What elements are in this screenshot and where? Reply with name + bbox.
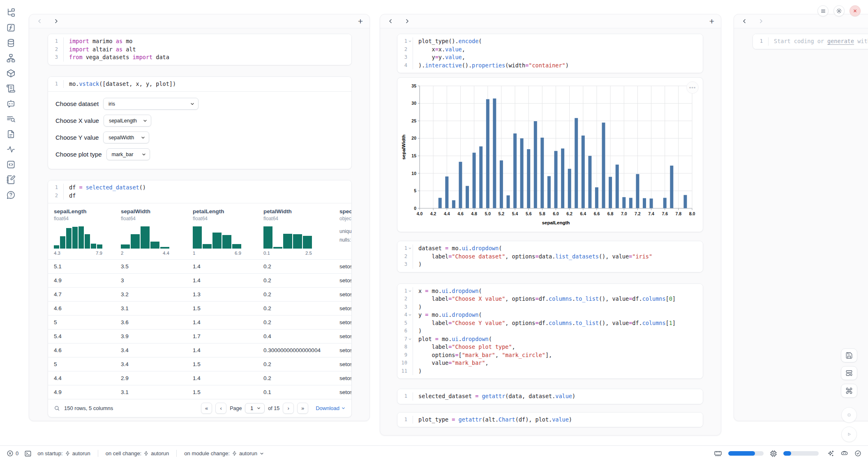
prev-page-button[interactable]: ‹	[215, 403, 226, 414]
empty-code-cell[interactable]: 1 Start coding or generate with AI.	[753, 34, 868, 49]
table-row: 4.931.40.2setosa	[48, 273, 351, 287]
settings-gear-icon[interactable]	[833, 5, 845, 16]
copilot-icon[interactable]	[840, 449, 848, 457]
tracing-icon[interactable]	[6, 144, 16, 154]
code-line: 3)	[397, 303, 703, 311]
code-cell-imports[interactable]: 1import marimo as mo2import altair as al…	[48, 34, 352, 65]
close-icon[interactable]	[850, 5, 861, 16]
help-icon[interactable]	[6, 190, 16, 200]
altair-chart[interactable]: 4.04.24.44.64.85.05.25.45.65.86.06.26.46…	[401, 83, 699, 228]
fold-gutter	[407, 303, 413, 311]
dependencies-icon[interactable]	[6, 53, 16, 63]
on-cell-change-setting[interactable]: on cell change: autorun	[106, 450, 169, 456]
code-cell-selected-dataset[interactable]: 1selected_dataset = getattr(data, datase…	[397, 389, 703, 404]
download-button[interactable]: Download	[316, 405, 346, 411]
save-icon[interactable]	[841, 348, 857, 362]
logs-icon[interactable]	[6, 83, 16, 93]
plot-type-select[interactable]: mark_bar	[106, 148, 150, 160]
add-cell-icon[interactable]: +	[709, 17, 714, 25]
code-cell-dataset-dropdown[interactable]: 1dataset = mo.ui.dropdown(2 label="Choos…	[397, 241, 703, 272]
first-page-button[interactable]: «	[201, 403, 212, 414]
table-row: 5.43.91.70.4setosa	[48, 329, 351, 343]
code-cell-plot-type[interactable]: 1plot_type = getattr(alt.Chart(df), plot…	[397, 412, 703, 428]
bolt-icon	[232, 451, 237, 456]
code-line: 2import altair as alt	[48, 46, 351, 54]
column-header-sepalLength[interactable]: sepalLengthfloat644.37.9	[49, 208, 116, 259]
scratchpad-icon[interactable]	[6, 175, 16, 184]
fold-chevron-icon[interactable]	[407, 244, 413, 253]
svg-text:4.2: 4.2	[430, 211, 436, 216]
svg-text:4.4: 4.4	[444, 211, 450, 216]
search-icon[interactable]	[54, 405, 60, 411]
fold-gutter	[407, 53, 413, 62]
column-header-petalLength[interactable]: petalLengthfloat6416.9	[188, 208, 259, 259]
file-tree-icon[interactable]	[6, 7, 16, 17]
y-value-select[interactable]: sepalWidth	[103, 131, 149, 143]
on-module-change-setting[interactable]: on module change: autorun	[184, 450, 264, 456]
fold-gutter	[407, 327, 413, 335]
terminal-icon[interactable]	[24, 450, 32, 457]
code-placeholder[interactable]: Start coding or generate with AI.	[768, 37, 868, 46]
code-line: 1plot_type = getattr(alt.Chart(df), plot…	[397, 416, 703, 424]
fold-chevron-icon[interactable]	[407, 335, 413, 343]
notebook-column-left: + 1import marimo as mo2import altair as …	[29, 14, 370, 421]
column-histogram	[263, 226, 312, 249]
svg-text:6.6: 6.6	[594, 211, 600, 216]
next-page-button[interactable]: ›	[283, 403, 294, 414]
last-page-button[interactable]: »	[297, 403, 308, 414]
page-select[interactable]: 1	[245, 403, 265, 413]
layout-icon[interactable]	[841, 366, 857, 380]
code-line: 3 y=y.value,	[397, 53, 703, 62]
x-value-select[interactable]: sepalLength	[104, 115, 151, 127]
column-histogram	[121, 226, 169, 249]
code-cell-vstack[interactable]: 1mo.vstack([dataset, x, y, plot]) Choose…	[48, 76, 352, 170]
code-cell-xy-plot-dropdowns[interactable]: 1x = mo.ui.dropdown(2 label="Choose X va…	[397, 284, 703, 379]
column-header: +	[380, 14, 721, 28]
fold-gutter	[407, 319, 413, 327]
fold-chevron-icon[interactable]	[407, 287, 413, 295]
on-startup-setting[interactable]: on startup: autorun	[37, 450, 90, 456]
column-prev-icon[interactable]	[36, 18, 43, 25]
fold-chevron-icon[interactable]	[407, 311, 413, 319]
add-cell-icon[interactable]: +	[358, 17, 363, 25]
column-next-icon[interactable]	[403, 18, 411, 25]
code-line: 3from vega_datasets import data	[48, 53, 351, 62]
fold-gutter	[407, 359, 413, 367]
packages-icon[interactable]	[6, 68, 16, 78]
sparkles-icon[interactable]	[827, 450, 834, 457]
column-header-species[interactable]: speciesobjectunique: 3nulls: 0	[335, 208, 351, 259]
fold-gutter	[407, 253, 413, 261]
documentation-icon[interactable]	[6, 129, 16, 139]
svg-text:4.8: 4.8	[471, 211, 477, 216]
code-cell-df[interactable]: 1df = selected_dataset()2df sepalLengthf…	[48, 180, 352, 417]
command-palette-icon[interactable]	[841, 384, 857, 398]
column-prev-icon[interactable]	[387, 18, 394, 25]
chart-menu-icon[interactable]: •••	[686, 81, 699, 94]
dataframe-table: sepalLengthfloat644.37.9sepalWidthfloat6…	[48, 203, 351, 417]
search-list-icon[interactable]	[6, 114, 16, 124]
generate-with-ai-link[interactable]: generate	[827, 38, 854, 44]
menu-icon[interactable]	[817, 5, 829, 16]
code-cell-plot-encode[interactable]: 1plot_type().encode(2 x=x.value,3 y=y.va…	[397, 34, 703, 73]
data-sources-icon[interactable]	[6, 38, 16, 48]
snippets-icon[interactable]	[6, 159, 16, 169]
column-header-petalWidth[interactable]: petalWidthfloat640.12.5	[259, 208, 335, 259]
stop-icon[interactable]	[841, 407, 857, 423]
connection-status-icon[interactable]	[854, 450, 861, 457]
table-row: 53.61.40.2setosa	[48, 315, 351, 329]
dropdown-row: Choose plot typemark_bar	[55, 148, 344, 160]
column-header-sepalWidth[interactable]: sepalWidthfloat6424.4	[116, 208, 188, 259]
column-next-icon[interactable]	[757, 18, 764, 25]
variables-icon[interactable]	[6, 23, 16, 32]
run-icon[interactable]	[841, 426, 857, 442]
column-prev-icon[interactable]	[741, 18, 748, 25]
svg-text:4.0: 4.0	[417, 211, 423, 216]
errors-indicator[interactable]: 0	[7, 450, 18, 457]
fold-gutter	[407, 416, 413, 424]
fold-chevron-icon[interactable]	[407, 37, 413, 46]
column-next-icon[interactable]	[52, 18, 60, 25]
code-line: 11)	[397, 367, 703, 376]
chat-icon[interactable]	[6, 99, 16, 108]
table-header: sepalLengthfloat644.37.9sepalWidthfloat6…	[48, 203, 351, 259]
dataset-select[interactable]: iris	[103, 98, 199, 110]
